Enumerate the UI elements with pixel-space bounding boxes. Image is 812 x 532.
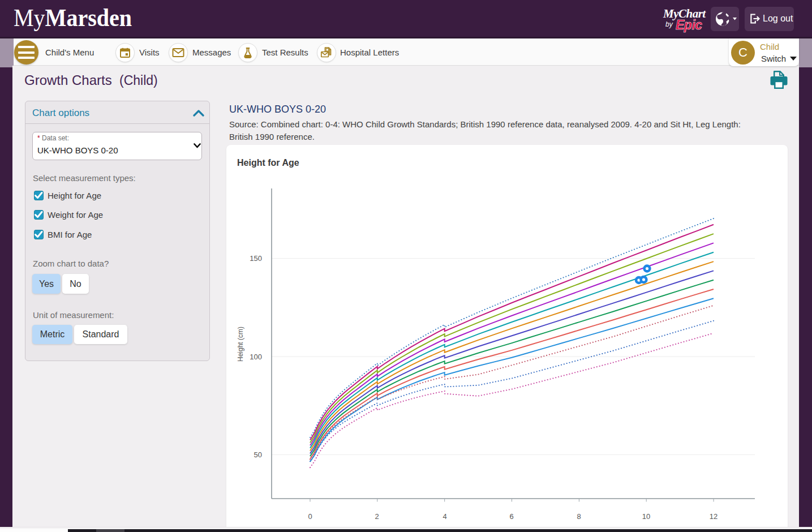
svg-text:4: 4 — [442, 512, 446, 521]
svg-text:8: 8 — [577, 512, 581, 521]
svg-text:6: 6 — [509, 512, 513, 521]
svg-text:0: 0 — [308, 512, 312, 521]
svg-text:Height (cm): Height (cm) — [237, 327, 244, 362]
svg-text:10: 10 — [642, 512, 650, 521]
svg-text:50: 50 — [254, 451, 262, 459]
svg-text:2: 2 — [375, 512, 379, 521]
svg-text:12: 12 — [710, 512, 718, 521]
svg-text:100: 100 — [250, 353, 262, 361]
svg-text:150: 150 — [250, 254, 262, 263]
